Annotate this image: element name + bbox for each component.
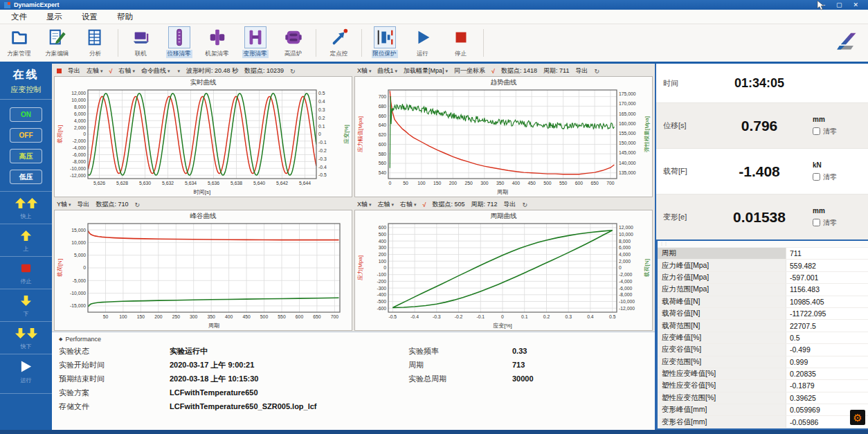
- svg-text:-10,000: -10,000: [619, 299, 635, 304]
- table-row[interactable]: 变形谷值[mm]-0.05986: [658, 416, 868, 428]
- gear-icon[interactable]: ⚙: [850, 410, 865, 425]
- chart-toolbar-item[interactable]: √: [423, 201, 426, 208]
- menu-item-1[interactable]: 显示: [37, 10, 72, 24]
- toggle-button-0[interactable]: ON: [10, 107, 42, 122]
- zero-checkbox[interactable]: [813, 127, 820, 135]
- table-row[interactable]: 载荷峰值[N]10985.405: [658, 296, 868, 308]
- toolbar-button-setpoint[interactable]: 定点控: [320, 24, 358, 62]
- menu-item-0[interactable]: 文件: [1, 10, 37, 24]
- zero-checkbox[interactable]: [813, 219, 820, 226]
- jog-button-play[interactable]: 运行: [0, 354, 52, 388]
- sidebar-divider: [0, 393, 52, 394]
- table-row[interactable]: 塑性应变谷值[%]-0.1879: [658, 380, 868, 392]
- chevron-down-icon: ▾: [168, 69, 170, 74]
- chart-title: 周期曲线: [355, 211, 652, 220]
- jog-button-stop[interactable]: 停止: [0, 256, 52, 289]
- chart-dropdown[interactable]: 左轴▾: [87, 66, 103, 75]
- refresh-icon[interactable]: ↻: [594, 68, 599, 75]
- toggle-button-3[interactable]: 低压: [10, 170, 42, 184]
- jog-button-up[interactable]: 上: [0, 224, 52, 256]
- table-row[interactable]: 变形幅度[mm]0.11983: [658, 428, 868, 430]
- menu-item-2[interactable]: 设置: [72, 10, 107, 24]
- table-row[interactable]: 应力峰值[Mpa]559.482: [658, 260, 868, 271]
- table-row[interactable]: 载荷范围[N]22707.5: [658, 320, 868, 332]
- jog-button-down[interactable]: 下: [0, 289, 52, 321]
- table-row[interactable]: 载荷谷值[N]-11722.095: [658, 308, 868, 320]
- svg-text:5,644: 5,644: [298, 181, 310, 186]
- table-row[interactable]: 应力谷值[Mpa]-597.001: [658, 272, 868, 284]
- chevron-down-icon: ▾: [395, 69, 398, 74]
- performance-right-column: 实验频率0.33周期713实验总周期30000: [408, 344, 648, 413]
- toolbar-button-scheme-manage[interactable]: 方案管理: [0, 24, 38, 62]
- toolbar-button-frame-zero[interactable]: 机架清零: [198, 24, 236, 62]
- chevron-down-icon: ▾: [369, 69, 372, 74]
- chart-toolbar-item[interactable]: 导出: [504, 200, 516, 209]
- table-row[interactable]: 塑性应变峰值[%]0.20835: [658, 368, 868, 380]
- chart-dropdown[interactable]: ▾: [177, 69, 181, 74]
- chart-toolbar-item: 数据点: 10239: [244, 66, 284, 75]
- performance-field-label: 存储文件: [59, 401, 170, 412]
- svg-text:-200: -200: [377, 279, 386, 284]
- toolbar-button-limit-protect[interactable]: 限位保护: [365, 24, 404, 62]
- chart-toolbar-item[interactable]: √: [109, 68, 113, 75]
- performance-left-column: 实验状态实验运行中实验开始时间2020-03-17 上午 9:00:21预期结束…: [59, 344, 408, 413]
- toolbar-button-furnace[interactable]: 高温炉: [274, 24, 312, 62]
- chart-dropdown[interactable]: X轴▾: [357, 66, 372, 75]
- chart-toolbar-item[interactable]: √: [491, 68, 495, 75]
- table-row[interactable]: 应力范围[Mpa]1156.483: [658, 284, 868, 296]
- chart-dropdown[interactable]: 右轴▾: [400, 200, 417, 209]
- table-row[interactable]: 应变峰值[%]0.5: [658, 332, 868, 344]
- svg-text:-600: -600: [377, 306, 386, 311]
- toolbar-button-displacement-zero[interactable]: 位移清零: [160, 24, 198, 62]
- jog-button-fast-up[interactable]: 快上: [0, 191, 52, 224]
- jog-button-fast-down[interactable]: 快下: [0, 321, 52, 354]
- chart-dropdown[interactable]: X轴▾: [357, 200, 372, 209]
- chart-toolbar-item[interactable]: 导出: [78, 200, 90, 209]
- chart-dropdown[interactable]: 右轴▾: [118, 66, 135, 75]
- svg-text:155,000: 155,000: [619, 131, 636, 136]
- close-button[interactable]: ✕: [853, 1, 858, 8]
- svg-text:680: 680: [378, 104, 386, 109]
- chart-dropdown[interactable]: 命令曲线▾: [141, 66, 170, 75]
- toolbar-button-analysis[interactable]: 分析: [76, 24, 114, 62]
- svg-text:5,640: 5,640: [253, 181, 264, 186]
- table-row[interactable]: 应变谷值[%]-0.499: [658, 344, 868, 356]
- readout-value: -1.408: [706, 163, 813, 180]
- chevron-down-icon: ▾: [178, 69, 181, 74]
- performance-field-value: 30000: [512, 374, 534, 383]
- table-drag-handle[interactable]: ⋮⋮: [658, 241, 868, 248]
- toolbar-button-deform-zero[interactable]: 变形清零: [236, 24, 274, 62]
- table-row[interactable]: 塑性应变范围[%]0.39625: [658, 392, 868, 404]
- svg-text:-0.1: -0.1: [318, 140, 327, 145]
- maximize-button[interactable]: ▢: [836, 1, 842, 8]
- mouse-cursor-icon: [817, 1, 825, 13]
- svg-text:400: 400: [224, 314, 233, 319]
- chart-toolbar-item[interactable]: 同一坐标系: [454, 66, 485, 75]
- chart-toolbar-text: 左轴: [87, 66, 99, 75]
- toolbar-button-run[interactable]: 运行: [404, 24, 442, 62]
- svg-text:5,000: 5,000: [73, 253, 85, 257]
- svg-text:15,000: 15,000: [71, 228, 86, 233]
- chart-dropdown[interactable]: 曲线1▾: [378, 66, 398, 75]
- chart-toolbar-item[interactable]: 导出: [575, 66, 588, 75]
- svg-text:100: 100: [417, 181, 426, 186]
- toggle-button-1[interactable]: OFF: [10, 128, 42, 143]
- refresh-icon[interactable]: ↻: [523, 201, 528, 208]
- refresh-icon[interactable]: ↻: [135, 201, 141, 208]
- refresh-icon[interactable]: ↻: [290, 68, 296, 75]
- toolbar-button-connect[interactable]: 联机: [122, 24, 160, 62]
- toolbar-button-stop[interactable]: 停止: [442, 24, 480, 62]
- toggle-button-2[interactable]: 高压: [10, 149, 42, 163]
- table-row[interactable]: 变形峰值[mm]0.059969: [658, 404, 868, 416]
- chart-dropdown[interactable]: Y轴▾: [57, 200, 71, 209]
- zero-checkbox[interactable]: [813, 173, 820, 181]
- toolbar-button-scheme-edit[interactable]: 方案编辑: [38, 24, 76, 62]
- chart-toolbar-text: 右轴: [118, 66, 131, 75]
- chart-dropdown[interactable]: 左轴▾: [378, 200, 395, 209]
- table-row[interactable]: 周期711: [658, 248, 868, 260]
- chart-dropdown[interactable]: 加载幅量[Mpa]▾: [404, 66, 448, 75]
- table-row[interactable]: 应变范围[%]0.999: [658, 356, 868, 368]
- svg-text:应变[%]: 应变[%]: [493, 323, 512, 329]
- chart-toolbar-item[interactable]: 导出: [68, 66, 80, 75]
- menu-item-3[interactable]: 帮助: [107, 10, 143, 24]
